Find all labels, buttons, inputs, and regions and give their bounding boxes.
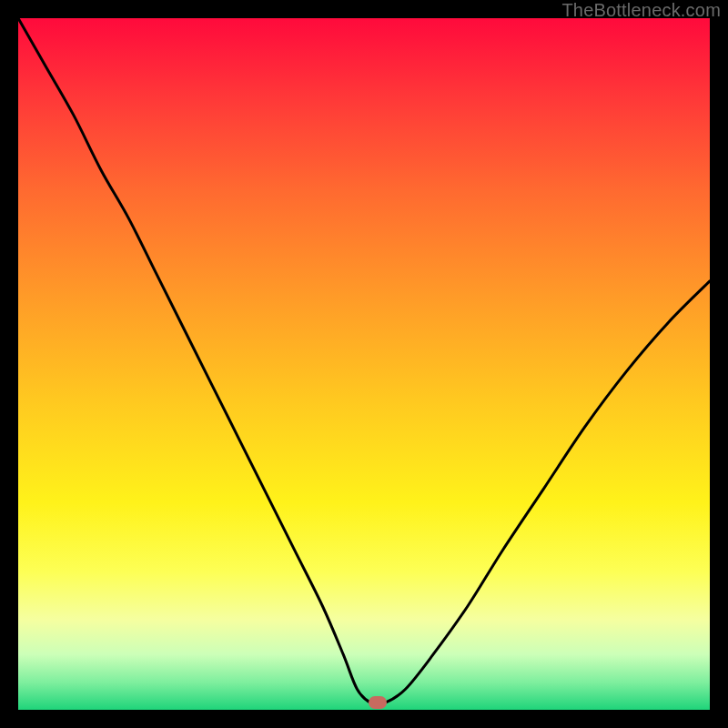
chart-frame: TheBottleneck.com	[0, 0, 728, 728]
watermark-text: TheBottleneck.com	[561, 0, 721, 21]
optimum-marker	[369, 696, 387, 709]
plot-area	[18, 18, 710, 710]
bottleneck-curve	[18, 18, 710, 704]
curve-svg	[18, 18, 710, 710]
